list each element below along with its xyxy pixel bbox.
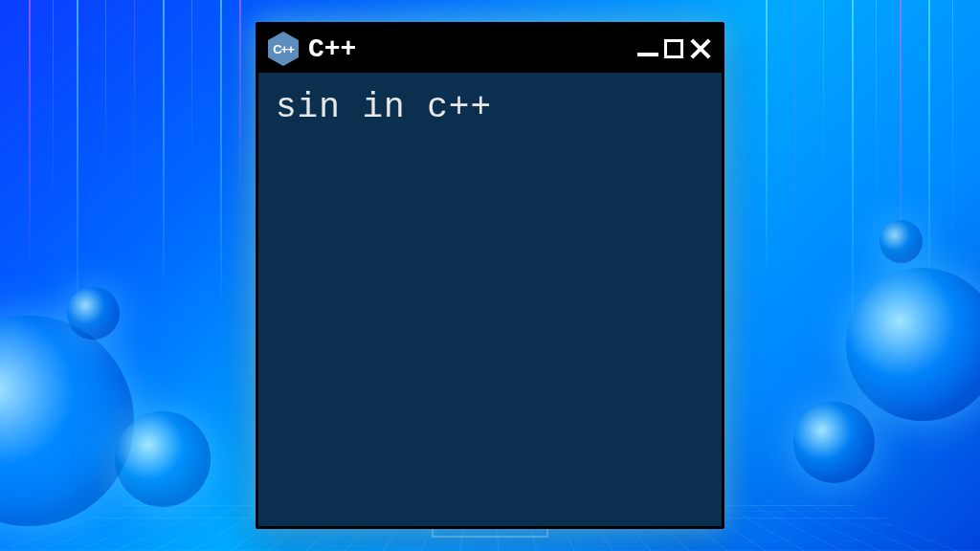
terminal-body[interactable]: sin in c++ (258, 73, 722, 526)
sphere-decoration (880, 220, 923, 263)
close-button[interactable] (689, 37, 712, 60)
window-title: C++ (308, 34, 628, 64)
cpp-logo-text: C++ (273, 42, 294, 56)
maximize-button[interactable] (664, 39, 683, 58)
sphere-decoration (67, 287, 120, 340)
titlebar[interactable]: C++ C++ (258, 25, 722, 73)
minimize-button[interactable] (637, 53, 658, 56)
sphere-decoration (115, 411, 211, 507)
terminal-content-text: sin in c++ (276, 88, 704, 127)
terminal-window: C++ C++ sin in c++ (256, 22, 724, 529)
cpp-logo-icon: C++ (268, 32, 299, 66)
sphere-decoration (793, 402, 875, 483)
window-controls (637, 37, 712, 60)
